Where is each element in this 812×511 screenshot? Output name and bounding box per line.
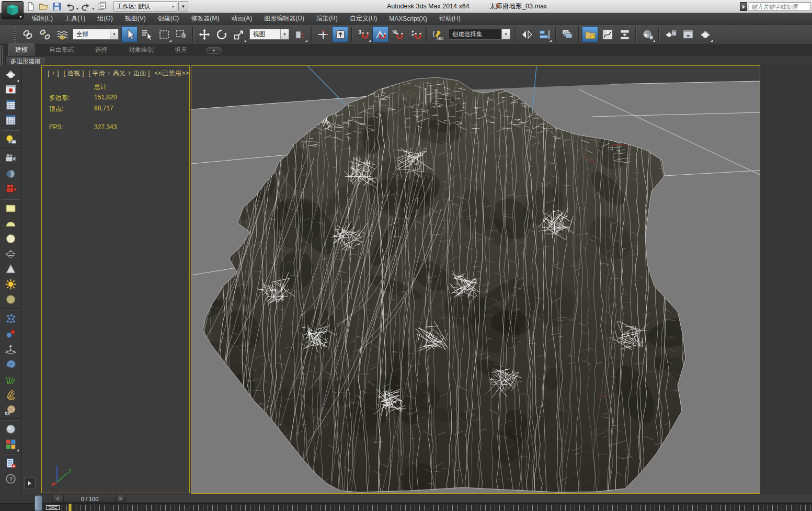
render-setup-icon[interactable] — [662, 26, 679, 42]
menu-item-1[interactable]: 工具(T) — [60, 13, 90, 24]
align-icon[interactable] — [536, 26, 552, 42]
color-panels-icon[interactable] — [3, 437, 19, 452]
grass-icon[interactable] — [3, 372, 19, 387]
ribbon-tab-3[interactable]: 对象绘制 — [122, 44, 160, 56]
rectangular-selection-region-icon[interactable] — [156, 26, 172, 42]
selection-set-combo[interactable]: 创建选择集▾ — [449, 29, 510, 40]
chevron-down-icon[interactable]: ▾ — [110, 29, 118, 39]
named-selection-sets-icon[interactable]: { }ABC — [430, 26, 446, 42]
help-icon[interactable]: ? — [3, 471, 19, 486]
save-file-icon[interactable] — [51, 1, 62, 12]
select-and-rotate-icon[interactable] — [213, 26, 230, 42]
workspace-dropdown-button[interactable]: ▼ — [178, 1, 188, 12]
new-scene-icon[interactable] — [25, 1, 36, 12]
sun-icon[interactable] — [3, 277, 19, 292]
select-and-move-icon[interactable] — [196, 26, 212, 42]
curve-editor-icon[interactable] — [599, 26, 615, 42]
track-bar[interactable] — [0, 503, 812, 511]
previous-frame-button[interactable]: < — [52, 495, 63, 503]
hair-fur-icon[interactable]: HF — [3, 387, 19, 402]
select-by-name-icon[interactable] — [139, 26, 155, 42]
use-pivot-center-icon[interactable] — [292, 26, 308, 42]
viewport-label[interactable]: [ + ] [ 透视 ] [ 平滑 + 高光 + 边面 ] <<已禁用>> — [48, 69, 192, 78]
particles-icon[interactable] — [3, 311, 19, 326]
undo-icon[interactable] — [64, 1, 75, 12]
menu-item-7[interactable]: 图形编辑器(D) — [259, 13, 309, 24]
layer-manager-icon[interactable] — [559, 26, 575, 42]
menu-item-5[interactable]: 修改器(M) — [186, 13, 224, 24]
viewport-perspective-disabled[interactable]: [ + ] [ 透视 ] [ 平滑 + 高光 + 边面 ] <<已禁用>> 总计… — [41, 65, 190, 493]
viewport-3d-canvas[interactable] — [191, 66, 760, 493]
window-crossing-icon[interactable] — [173, 26, 189, 42]
time-slider-rail[interactable] — [127, 495, 812, 503]
render-teapot-icon[interactable] — [3, 67, 19, 82]
spinner-snap-icon[interactable] — [407, 26, 423, 42]
open-file-icon[interactable] — [38, 1, 49, 12]
bind-to-space-warp-icon[interactable] — [54, 26, 70, 42]
mirror-icon[interactable] — [519, 26, 535, 42]
search-expander-button[interactable] — [740, 2, 747, 11]
ribbon-tab-4[interactable]: 填充 — [168, 44, 193, 56]
viewport-shading-label[interactable]: [ 平滑 + 高光 + 边面 ] — [88, 70, 150, 77]
material-editor-icon[interactable] — [639, 26, 656, 42]
table-view-icon[interactable] — [3, 112, 19, 128]
sphere-olive-icon[interactable] — [3, 292, 19, 307]
schematic-view-icon[interactable] — [616, 26, 633, 42]
render-production-icon[interactable] — [697, 26, 713, 42]
menu-item-9[interactable]: 自定义(U) — [345, 13, 382, 24]
menu-item-10[interactable]: MAXScript(X) — [384, 14, 432, 24]
project-folder-icon[interactable] — [96, 1, 107, 12]
shaded-sphere-icon[interactable] — [3, 166, 19, 181]
viewport-3d[interactable] — [191, 65, 760, 494]
unlink-selection-icon[interactable] — [37, 26, 53, 42]
cone-icon[interactable] — [3, 262, 19, 277]
redo-icon-flyout-caret[interactable]: ▾ — [93, 7, 95, 11]
ribbon-tab-2[interactable]: 选择 — [89, 44, 114, 56]
teapot-wire-icon[interactable] — [3, 246, 19, 262]
rock-icon[interactable] — [3, 357, 19, 372]
reference-coordinate-combo[interactable]: 视图▾ — [249, 29, 289, 40]
rendered-frame-icon[interactable] — [680, 26, 696, 42]
spreadsheet-view-icon[interactable] — [3, 97, 19, 112]
expand-panel-arrow-button[interactable] — [24, 477, 36, 489]
snap-toggle-3d-icon[interactable]: 3 — [355, 26, 371, 42]
chevron-down-icon[interactable]: ▾ — [280, 29, 289, 39]
redo-icon[interactable] — [81, 1, 92, 12]
trackbar-selection-icon[interactable] — [46, 505, 60, 510]
space-warp-icon[interactable] — [3, 342, 19, 357]
scatter-brush-icon[interactable]: 0x — [3, 402, 19, 417]
light-lister-icon[interactable] — [3, 132, 19, 147]
chevron-down-icon[interactable]: ▾ — [501, 29, 510, 39]
menu-item-6[interactable]: 动画(A) — [226, 13, 257, 24]
select-and-manipulate-icon[interactable] — [315, 26, 331, 42]
camera-gray-icon[interactable] — [3, 151, 19, 166]
menu-item-8[interactable]: 渲染(R) — [312, 13, 342, 24]
keyboard-override-icon[interactable] — [332, 26, 348, 42]
document-list-icon[interactable] — [3, 456, 19, 471]
percent-snap-icon[interactable]: % — [390, 26, 406, 42]
select-and-scale-icon[interactable] — [231, 26, 247, 42]
current-frame-marker[interactable] — [68, 504, 72, 511]
camera-red-icon[interactable] — [3, 181, 19, 197]
toolbar-drag-handle[interactable] — [14, 27, 16, 42]
menu-item-4[interactable]: 创建(C) — [153, 13, 184, 24]
next-frame-button[interactable]: > — [116, 495, 125, 503]
molecules-icon[interactable] — [3, 326, 19, 342]
pale-sphere-icon[interactable] — [3, 422, 19, 437]
select-object-icon[interactable] — [121, 26, 138, 42]
mini-curve-editor-button[interactable] — [35, 495, 42, 511]
menu-item-11[interactable]: 帮助(H) — [434, 13, 465, 24]
viewport-pov-label[interactable]: [ 透视 ] — [63, 70, 84, 77]
app-menu-button[interactable]: ▼ — [2, 1, 24, 19]
menu-item-2[interactable]: 组(G) — [93, 13, 117, 24]
plane-icon[interactable] — [3, 201, 19, 216]
angle-snap-icon[interactable] — [372, 26, 388, 42]
ribbon-tab-1[interactable]: 自由形式 — [43, 44, 81, 56]
preview-window-icon[interactable] — [3, 82, 19, 97]
search-input[interactable] — [749, 2, 810, 11]
sphere-icon[interactable] — [3, 231, 19, 246]
minimize-ribbon-button[interactable]: ▼ — [206, 47, 222, 54]
dome-icon[interactable] — [3, 216, 19, 231]
select-and-link-icon[interactable] — [19, 26, 36, 42]
ribbon-tab-0[interactable]: 建模 — [8, 43, 35, 56]
